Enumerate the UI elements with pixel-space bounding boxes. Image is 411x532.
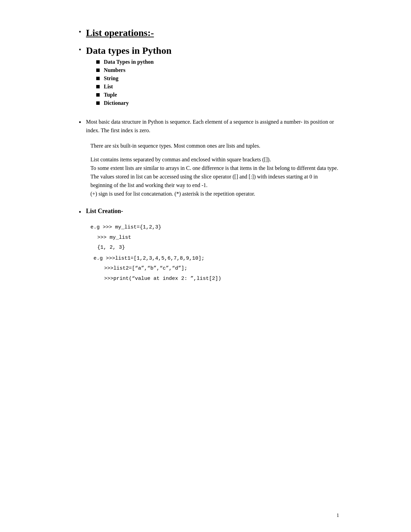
bullet-dot-3: • [79,119,81,126]
list-operations-heading: List operations:- [86,27,154,38]
page: • List operations:- • Data types in Pyth… [51,0,360,532]
sub-item-label: Numbers [104,67,125,73]
sequence-para2-block: There are six built-in sequence types. M… [90,142,339,198]
bullet-dot-4: • [79,208,81,216]
list-creation-heading-row: • List Creation- [79,208,339,216]
sub-item-label: Data Types in python [104,59,154,65]
list-operations-section: • List operations:- [79,27,339,38]
list-item: Dictionary [96,100,172,106]
square-bullet-icon [96,60,100,64]
data-types-heading: Data types in Python [86,45,172,56]
list-item: Tuple [96,92,172,98]
sequence-para1: Most basic data structure in Python is s… [86,118,339,135]
sub-item-label: String [104,75,119,82]
data-types-sub-list: Data Types in python Numbers String List [96,59,172,106]
code-line-2: >>> my_list [97,233,339,242]
bullet-dot-2: • [79,46,81,54]
code-line-6: >>>print(“value at index 2: ”,list[2]) [104,274,339,283]
sequence-bullet-row: • Most basic data structure in Python is… [79,118,339,135]
list-creation-section: • List Creation- e.g >>> my_list={1,2,3}… [79,208,339,283]
code-block: e.g >>> my_list={1,2,3} >>> my_list {1, … [90,223,339,283]
sub-item-label: List [104,84,113,90]
sequence-section: • Most basic data structure in Python is… [79,118,339,198]
square-bullet-icon [96,93,100,97]
sequence-para2: There are six built-in sequence types. M… [90,142,339,150]
data-types-content: Data types in Python Data Types in pytho… [86,45,172,108]
bullet-dot: • [79,28,81,36]
list-item: Data Types in python [96,59,172,65]
code-line-4: e.g >>>list1=[1,2,3,4,5,6,7,8,9,10]; [90,254,339,263]
list-creation-heading: List Creation- [86,208,123,215]
square-bullet-icon [96,77,100,80]
list-item: String [96,75,172,82]
square-bullet-icon [96,85,100,88]
code-line-5: >>>list2=[“a”,“b”,“c”,“d”]; [104,264,339,273]
square-bullet-icon [96,69,100,72]
list-item: Numbers [96,67,172,73]
page-number: 1 [337,512,339,518]
data-types-section: • Data types in Python Data Types in pyt… [79,45,339,108]
sub-item-label: Dictionary [104,100,129,106]
sequence-para3: List contains items separated by commas … [90,156,339,198]
code-line-3: {1, 2, 3} [97,243,339,252]
list-item: List [96,84,172,90]
code-line-1: e.g >>> my_list={1,2,3} [90,223,339,232]
square-bullet-icon [96,101,100,105]
sub-item-label: Tuple [104,92,117,98]
data-types-heading-row: • Data types in Python Data Types in pyt… [79,45,339,108]
